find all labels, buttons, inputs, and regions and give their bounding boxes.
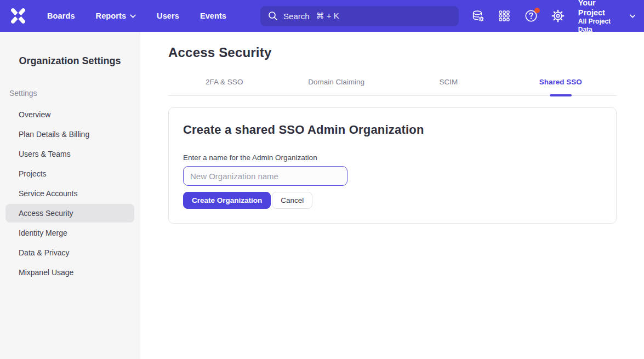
sidebar-item-label: Projects <box>19 169 47 178</box>
main-content: Access Security 2FA & SSO Domain Claimin… <box>140 32 644 359</box>
sidebar-item-users-teams[interactable]: Users & Teams <box>5 145 134 163</box>
topnav: Boards Reports Users Events <box>47 12 247 20</box>
project-name: Your Project <box>578 0 624 18</box>
nav-boards[interactable]: Boards <box>47 12 75 20</box>
tab-label: SCIM <box>439 78 458 86</box>
sidebar-item-label: Users & Teams <box>19 150 71 158</box>
sidebar-item-mixpanel-usage[interactable]: Mixpanel Usage <box>5 263 134 282</box>
sidebar-item-overview[interactable]: Overview <box>5 105 134 124</box>
nav-boards-label: Boards <box>47 12 75 20</box>
apps-grid-icon <box>498 9 511 22</box>
search-input[interactable]: Search ⌘ + K <box>260 6 459 26</box>
organization-name-label: Enter a name for the Admin Organization <box>183 153 602 162</box>
tab-label: Domain Claiming <box>308 78 364 86</box>
sidebar-section-label: Settings <box>0 89 140 98</box>
settings-button[interactable] <box>551 9 565 23</box>
access-security-tabs: 2FA & SSO Domain Claiming SCIM Shared SS… <box>168 78 617 96</box>
settings-gear-icon <box>551 9 565 23</box>
sidebar-title: Organization Settings <box>0 55 140 67</box>
nav-events[interactable]: Events <box>200 12 226 20</box>
organization-name-input[interactable] <box>183 166 347 186</box>
help-button[interactable] <box>524 9 538 23</box>
search-shortcut: ⌘ + K <box>316 11 339 21</box>
sidebar-item-label: Access Security <box>19 209 73 218</box>
data-management-icon <box>471 9 485 23</box>
create-shared-sso-card: Create a shared SSO Admin Organization E… <box>168 107 617 224</box>
notification-dot <box>534 8 540 13</box>
cancel-button[interactable]: Cancel <box>272 192 312 209</box>
organization-settings-sidebar: Organization Settings Settings Overview … <box>0 32 140 359</box>
nav-users-label: Users <box>157 12 179 20</box>
tab-domain-claiming[interactable]: Domain Claiming <box>281 78 393 95</box>
chevron-down-icon <box>130 14 136 18</box>
tab-shared-sso[interactable]: Shared SSO <box>505 78 617 95</box>
sidebar-item-label: Identity Merge <box>19 229 67 237</box>
sidebar-item-label: Plan Details & Billing <box>19 130 89 139</box>
card-actions: Create Organization Cancel <box>183 192 602 209</box>
card-title: Create a shared SSO Admin Organization <box>183 123 602 137</box>
nav-events-label: Events <box>200 12 226 20</box>
sidebar-item-access-security[interactable]: Access Security <box>5 204 134 223</box>
apps-grid-button[interactable] <box>498 9 511 23</box>
sidebar-item-label: Overview <box>19 110 50 119</box>
sidebar-item-identity-merge[interactable]: Identity Merge <box>5 224 134 242</box>
search-icon <box>268 11 278 21</box>
sidebar-item-label: Service Accounts <box>19 189 77 198</box>
sidebar-item-service-accounts[interactable]: Service Accounts <box>5 184 134 203</box>
project-switcher[interactable]: Your Project All Project Data <box>578 0 635 34</box>
sidebar-item-label: Data & Privacy <box>19 248 70 257</box>
nav-users[interactable]: Users <box>157 12 179 20</box>
mixpanel-logo-icon[interactable] <box>10 8 26 24</box>
tab-scim[interactable]: SCIM <box>392 78 505 95</box>
tab-label: 2FA & SSO <box>206 78 243 86</box>
page-title: Access Security <box>168 45 617 60</box>
sidebar-item-label: Mixpanel Usage <box>19 268 73 277</box>
chevron-down-icon <box>630 14 635 18</box>
sidebar-item-projects[interactable]: Projects <box>5 164 134 183</box>
topbar-actions: Your Project All Project Data <box>459 0 635 34</box>
tab-label: Shared SSO <box>539 78 582 86</box>
nav-reports-label: Reports <box>96 12 127 20</box>
create-organization-button[interactable]: Create Organization <box>183 192 271 209</box>
top-navigation-bar: Boards Reports Users Events Search ⌘ + K <box>0 0 644 32</box>
sidebar-item-plan-details-billing[interactable]: Plan Details & Billing <box>5 125 134 144</box>
tab-2fa-sso[interactable]: 2FA & SSO <box>168 78 281 95</box>
data-management-button[interactable] <box>471 9 485 23</box>
sidebar-item-data-privacy[interactable]: Data & Privacy <box>5 243 134 262</box>
search-placeholder: Search <box>283 12 310 21</box>
nav-reports[interactable]: Reports <box>96 12 136 20</box>
